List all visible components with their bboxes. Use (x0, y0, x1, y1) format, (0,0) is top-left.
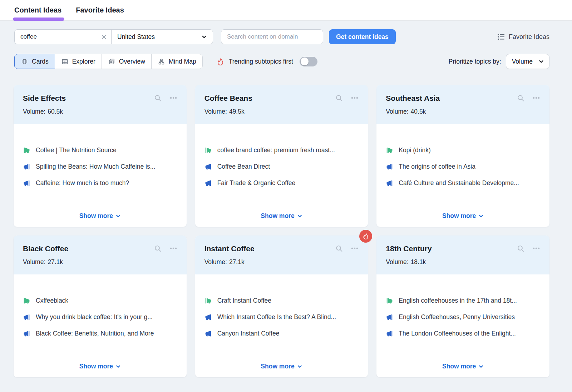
megaphone-icon (386, 163, 393, 170)
more-menu-icon[interactable] (532, 94, 540, 102)
card-body: coffee brand coffee: premium fresh roast… (195, 124, 368, 212)
card-title: Southeast Asia (386, 94, 440, 103)
megaphone-icon (204, 163, 212, 170)
megaphone-icon (23, 179, 30, 187)
idea-item[interactable]: Fair Trade & Organic Coffee (204, 179, 359, 187)
clear-icon[interactable] (101, 34, 107, 40)
idea-item[interactable]: Coffee | The Nutrition Source (23, 147, 177, 154)
mindmap-icon (158, 58, 165, 65)
trending-subtopics-control: Trending subtopics first (216, 57, 317, 66)
chevron-down-icon (297, 213, 302, 219)
trending-toggle[interactable] (300, 57, 317, 66)
search-icon[interactable] (517, 245, 524, 252)
database-select[interactable]: United States (111, 30, 213, 44)
volume-text: Volume:18.1k (386, 258, 540, 266)
idea-item[interactable]: English Coffeehouses, Penny Universities (386, 313, 540, 321)
topic-card-southeast-asia: Southeast Asia Volume:40.5k Kopi (drink)… (376, 85, 549, 227)
more-menu-icon[interactable] (169, 244, 177, 252)
megaphone-icon (204, 147, 212, 154)
toggle-knob (301, 58, 309, 65)
tab-favorite-ideas[interactable]: Favorite Ideas (76, 0, 124, 20)
domain-search-input[interactable] (221, 29, 323, 44)
volume-text: Volume:27.1k (23, 258, 177, 266)
idea-item[interactable]: Why you drink black coffee: It's in your… (23, 313, 177, 321)
idea-item[interactable]: English coffeehouses in the 17th and 18t… (386, 297, 540, 304)
card-body: Coffee | The Nutrition Source Spilling t… (14, 124, 187, 212)
more-menu-icon[interactable] (351, 94, 359, 102)
more-menu-icon[interactable] (532, 244, 540, 252)
megaphone-icon (204, 179, 212, 187)
search-icon[interactable] (154, 245, 162, 252)
database-value: United States (117, 33, 155, 41)
more-menu-icon[interactable] (351, 244, 359, 252)
trending-label: Trending subtopics first (229, 58, 293, 65)
card-body: Craft Instant Coffee Which Instant Coffe… (195, 274, 368, 363)
search-icon[interactable] (517, 94, 524, 102)
topic-search-input[interactable] (20, 33, 98, 40)
favorite-ideas-label: Favorite Ideas (509, 33, 549, 41)
cards-icon (21, 58, 28, 65)
toolbar: United States Get content ideas Favorite… (0, 21, 572, 69)
card-title: 18th Century (386, 244, 432, 253)
show-more-button[interactable]: Show more (261, 363, 302, 370)
volume-text: Volume:40.5k (386, 108, 540, 115)
prioritize-value: Volume (512, 58, 533, 65)
view-overview-button[interactable]: Overview (102, 54, 152, 69)
idea-item[interactable]: Canyon Instant Coffee (204, 330, 359, 337)
get-content-ideas-button[interactable]: Get content ideas (329, 29, 396, 44)
idea-item[interactable]: The London Coffeehouses of the Enlight..… (386, 330, 540, 337)
prioritize-label: Prioritize topics by: (449, 58, 501, 65)
show-more-button[interactable]: Show more (442, 212, 484, 220)
favorites-list-icon (497, 33, 505, 41)
card-header: Coffee Beans Volume:49.5k (195, 85, 368, 124)
idea-item[interactable]: Which Instant Coffee Is the Best? A Blin… (204, 313, 359, 321)
card-header: Southeast Asia Volume:40.5k (376, 85, 549, 124)
chevron-down-icon (478, 364, 484, 369)
search-icon[interactable] (335, 94, 343, 102)
idea-item[interactable]: Craft Instant Coffee (204, 297, 359, 304)
volume-text: Volume:60.5k (23, 108, 177, 115)
prioritize-select[interactable]: Volume (506, 54, 549, 69)
card-body: Cxffeeblack Why you drink black coffee: … (14, 274, 187, 363)
topic-cards-grid: Side Effects Volume:60.5k Coffee | The N… (14, 85, 549, 377)
idea-item[interactable]: Black Coffee: Benefits, Nutrition, and M… (23, 330, 177, 337)
show-more-button[interactable]: Show more (442, 363, 484, 370)
topic-card-18th-century: 18th Century Volume:18.1k English coffee… (376, 235, 549, 377)
megaphone-icon (386, 147, 393, 154)
favorite-ideas-link[interactable]: Favorite Ideas (497, 33, 549, 41)
view-cards-button[interactable]: Cards (14, 54, 55, 69)
idea-item[interactable]: Café Culture and Sustainable Developme..… (386, 179, 540, 187)
idea-item[interactable]: Coffee Bean Direct (204, 163, 359, 170)
view-mindmap-button[interactable]: Mind Map (151, 54, 203, 69)
more-menu-icon[interactable] (169, 94, 177, 102)
tab-label: Content Ideas (14, 6, 61, 14)
idea-item[interactable]: Spilling the Beans: How Much Caffeine is… (23, 163, 177, 170)
idea-item[interactable]: coffee brand coffee: premium fresh roast… (204, 147, 359, 154)
idea-item[interactable]: The origins of coffee in Asia (386, 163, 540, 170)
table-icon (61, 58, 69, 65)
tab-label: Favorite Ideas (76, 6, 124, 14)
chevron-down-icon (201, 34, 207, 40)
megaphone-icon (386, 179, 393, 187)
search-icon[interactable] (335, 245, 343, 252)
megaphone-icon (23, 313, 30, 321)
active-tab-underline (13, 18, 64, 21)
tab-content-ideas[interactable]: Content Ideas (14, 0, 61, 20)
megaphone-icon (23, 163, 30, 170)
view-explorer-button[interactable]: Explorer (55, 54, 102, 69)
search-icon[interactable] (154, 94, 162, 102)
show-more-button[interactable]: Show more (79, 212, 121, 220)
show-more-button[interactable]: Show more (261, 212, 302, 220)
idea-item[interactable]: Cxffeeblack (23, 297, 177, 304)
card-title: Instant Coffee (204, 244, 255, 253)
chevron-down-icon (115, 213, 121, 219)
idea-item[interactable]: Caffeine: How much is too much? (23, 179, 177, 187)
prioritize-control: Prioritize topics by: Volume (449, 54, 549, 69)
chevron-down-icon (478, 213, 484, 219)
megaphone-icon (23, 297, 30, 304)
idea-item[interactable]: Kopi (drink) (386, 147, 540, 154)
search-row: United States Get content ideas Favorite… (14, 29, 549, 44)
show-more-button[interactable]: Show more (79, 363, 121, 370)
topic-card-side-effects: Side Effects Volume:60.5k Coffee | The N… (14, 85, 187, 227)
megaphone-icon (386, 297, 393, 304)
